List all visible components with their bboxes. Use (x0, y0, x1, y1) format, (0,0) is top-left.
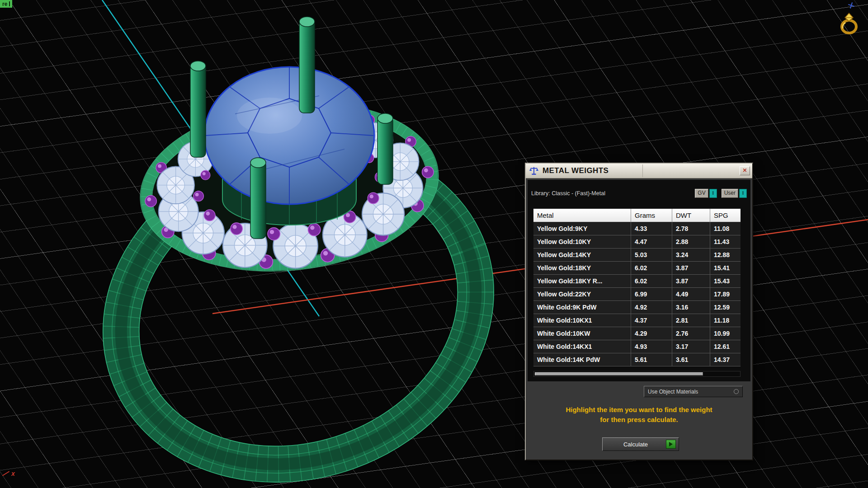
cell-metal: White Gold:9K PdW (533, 301, 631, 314)
prong (190, 61, 206, 157)
viewport-label-text: re (2, 1, 7, 7)
instruction-line-2: for then press calculate. (526, 415, 752, 425)
cell-spg: 15.41 (710, 262, 741, 274)
horizontal-scrollbar[interactable] (533, 371, 741, 377)
column-header-metal[interactable]: Metal (533, 209, 631, 222)
scrollbar-thumb[interactable] (535, 372, 703, 375)
column-header-spg[interactable]: SPG (710, 209, 741, 222)
cell-grams: 5.61 (631, 353, 672, 366)
cell-grams: 4.33 (631, 222, 672, 235)
cell-spg: 11.08 (710, 222, 741, 235)
metal-weights-panel: METAL WEIGHTS ✕ Library: Classic - (Fast… (525, 163, 753, 460)
column-header-dwt[interactable]: DWT (672, 209, 710, 222)
cell-grams: 6.02 (631, 262, 672, 274)
library-label: Library: Classic - (Fast)-Metal (531, 190, 605, 197)
cell-metal: White Gold:10KW (533, 327, 631, 340)
cell-grams: 4.93 (631, 340, 672, 353)
cell-spg: 14.37 (710, 353, 741, 366)
instruction-text: Highlight the item you want to find the … (526, 405, 752, 425)
gv-button[interactable]: GV (695, 189, 708, 198)
cell-spg: 11.18 (710, 314, 741, 327)
gv-toggle-indicator[interactable]: I (709, 189, 717, 198)
cell-dwt: 3.24 (672, 249, 710, 261)
halo-bead (193, 191, 204, 202)
cell-spg: 11.43 (710, 235, 741, 248)
halo-bead (368, 192, 379, 204)
table-row[interactable]: White Gold:14K PdW5.613.6114.37 (533, 353, 741, 366)
cell-dwt: 3.16 (672, 301, 710, 314)
user-button[interactable]: User (722, 189, 738, 198)
metal-weights-table: Metal Grams DWT SPG Yellow Gold:9KY4.332… (533, 209, 741, 366)
halo-bead (268, 228, 280, 240)
cell-spg: 15.43 (710, 275, 741, 287)
dropdown-dot-icon (734, 389, 739, 394)
library-row: Library: Classic - (Fast)-Metal GV I Use… (531, 188, 747, 199)
cell-metal: White Gold:10KX1 (533, 314, 631, 327)
prong (250, 158, 266, 239)
cell-metal: Yellow Gold:9KY (533, 222, 631, 235)
x-axis-line (2, 471, 9, 476)
cell-dwt: 2.81 (672, 314, 710, 327)
prong (377, 113, 393, 184)
use-object-materials-label: Use Object Materials (648, 389, 698, 395)
close-icon[interactable]: ✕ (740, 166, 750, 175)
panel-title: METAL WEIGHTS (542, 166, 609, 175)
halo-bead (308, 224, 320, 236)
cell-dwt: 2.76 (672, 327, 710, 340)
cell-metal: Yellow Gold:18KY (533, 262, 631, 274)
table-row[interactable]: White Gold:10KX14.372.8111.18 (533, 314, 741, 327)
halo-bead (201, 170, 210, 180)
calculate-button[interactable]: Calculate (602, 437, 679, 451)
instruction-line-1: Highlight the item you want to find the … (526, 405, 752, 415)
cell-metal: Yellow Gold:22KY (533, 288, 631, 300)
halo-bead (145, 195, 156, 206)
x-axis-marker: x (2, 470, 15, 477)
cell-dwt: 2.88 (672, 235, 710, 248)
cell-metal: Yellow Gold:10KY (533, 235, 631, 248)
table-row[interactable]: Yellow Gold:10KY4.472.8811.43 (533, 235, 741, 249)
table-header: Metal Grams DWT SPG (533, 209, 741, 222)
table-row[interactable]: White Gold:10KW4.292.7610.99 (533, 327, 741, 340)
cell-grams: 6.99 (631, 288, 672, 300)
use-object-materials-button[interactable]: Use Object Materials (644, 386, 743, 397)
table-row[interactable]: Yellow Gold:22KY6.994.4917.89 (533, 288, 741, 301)
cell-spg: 10.99 (710, 327, 741, 340)
cell-dwt: 3.87 (672, 275, 710, 287)
play-icon (666, 440, 676, 449)
cell-spg: 12.59 (710, 301, 741, 314)
x-axis-label: x (11, 470, 15, 477)
table-row[interactable]: White Gold:14KX14.933.1712.61 (533, 340, 741, 353)
cell-grams: 4.29 (631, 327, 672, 340)
titlebar-divider (642, 164, 643, 177)
column-header-grams[interactable]: Grams (631, 209, 672, 222)
cell-metal: White Gold:14K PdW (533, 353, 631, 366)
application-window: re x (0, 0, 868, 488)
halo-bead (422, 166, 434, 178)
cell-dwt: 3.87 (672, 262, 710, 274)
cell-grams: 5.03 (631, 249, 672, 261)
sparkle-icon (848, 2, 854, 10)
cell-spg: 12.88 (710, 249, 741, 261)
table-row[interactable]: Yellow Gold:9KY4.332.7811.08 (533, 222, 741, 235)
ring-app-icon (837, 12, 861, 38)
viewport-label-caret (9, 1, 10, 6)
cell-dwt: 3.17 (672, 340, 710, 353)
table-row[interactable]: Yellow Gold:18KY6.023.8715.41 (533, 262, 741, 275)
user-toggle-indicator[interactable]: I (739, 189, 747, 198)
table-row[interactable]: Yellow Gold:14KY5.033.2412.88 (533, 249, 741, 262)
cell-grams: 6.02 (631, 275, 672, 287)
cell-dwt: 3.61 (672, 353, 710, 366)
viewport-label[interactable]: re (0, 0, 12, 8)
table-row[interactable]: White Gold:9K PdW4.923.1612.59 (533, 301, 741, 314)
cell-metal: Yellow Gold:18KY R... (533, 275, 631, 287)
cell-spg: 12.61 (710, 340, 741, 353)
panel-titlebar[interactable]: METAL WEIGHTS ✕ (526, 164, 752, 178)
cell-grams: 4.37 (631, 314, 672, 327)
cell-grams: 4.47 (631, 235, 672, 248)
cell-spg: 17.89 (710, 288, 741, 300)
table-row[interactable]: Yellow Gold:18KY R...6.023.8715.43 (533, 275, 741, 288)
cell-grams: 4.92 (631, 301, 672, 314)
calculate-label: Calculate (605, 441, 666, 448)
scales-icon (529, 166, 539, 176)
halo-bead (204, 210, 215, 221)
